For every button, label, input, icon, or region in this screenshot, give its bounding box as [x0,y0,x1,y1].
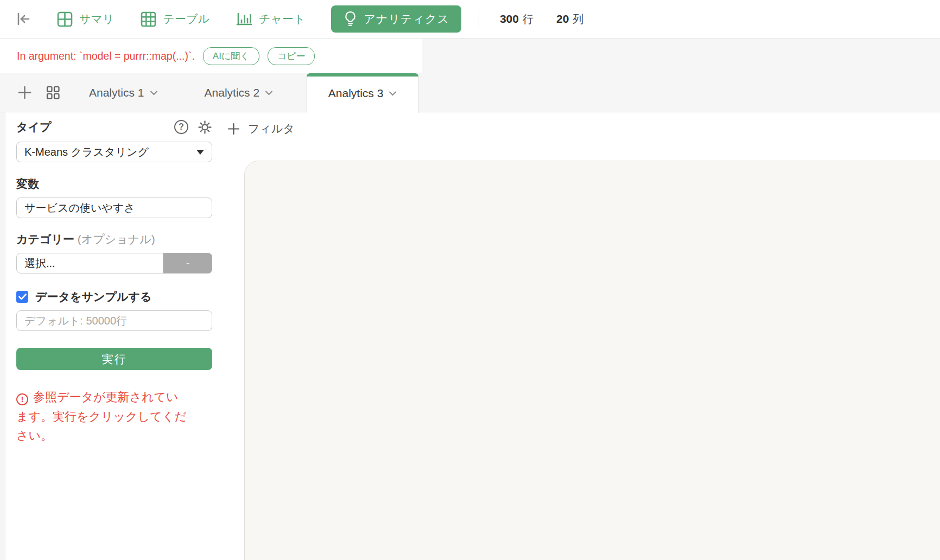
category-input-group: 選択... - [16,253,212,273]
toolbar-divider [479,10,479,28]
category-remove-button[interactable]: - [163,253,212,273]
chevron-down-icon [389,91,397,96]
analytics-config-sidebar: タイプ ? K-Means クラスタリング 変数 サービ [5,112,222,560]
error-message: In argument: `model = purrr::map(...)`. [17,50,195,62]
table-grid-icon [140,11,157,28]
grid-view-icon[interactable] [45,85,61,100]
tab-analytics[interactable]: アナリティクス [331,5,461,33]
checkbox-checked-icon[interactable] [16,291,28,303]
tab-summary-label: サマリ [79,11,114,27]
category-optional-label: (オプショナル) [78,233,155,245]
add-analytics-icon[interactable] [17,85,32,100]
variables-value: サービスの使いやすさ [24,201,135,215]
tab-analytics-label: アナリティクス [364,11,449,27]
tab-table-label: テーブル [163,11,209,27]
collapsed-left-panel [0,112,5,560]
stale-data-warning: !参照データが更新されています。実行をクリックしてください。 [16,387,190,446]
summary-grid-icon [56,11,73,28]
caret-down-icon [196,150,204,155]
tab-analytics-2-label: Analytics 2 [205,86,260,99]
tab-table[interactable]: テーブル [140,11,209,28]
type-label: タイプ [16,119,51,135]
warning-circle-icon: ! [16,393,28,405]
tab-chart[interactable]: チャート [236,10,305,28]
tab-analytics-3[interactable]: Analytics 3 [307,73,418,113]
collapse-left-icon[interactable] [15,11,31,27]
analysis-type-select[interactable]: K-Means クラスタリング [16,142,212,162]
sample-data-checkbox-row[interactable]: データをサンプルする [16,289,222,304]
plus-icon [227,123,240,135]
category-select[interactable]: 選択... [16,253,163,273]
analytics-main-area: フィルタ [222,112,940,560]
warning-text: 参照データが更新されています。実行をクリックしてください。 [16,390,187,442]
column-count-unit: 列 [573,12,583,27]
column-count-value: 20 [556,12,569,26]
run-button[interactable]: 実行 [16,348,212,370]
error-row: In argument: `model = purrr::map(...)`. … [0,39,940,73]
variables-select[interactable]: サービスの使いやすさ [16,198,212,218]
error-panel: In argument: `model = purrr::map(...)`. … [0,39,422,73]
tab-analytics-1-label: Analytics 1 [89,86,144,99]
notice-strip: In argument: `model = purrr::map(...)`. … [0,39,940,112]
tab-analytics-2[interactable]: Analytics 2 [205,86,274,99]
tab-analytics-3-label: Analytics 3 [328,87,384,100]
row-count: 300 行 [500,12,533,27]
tab-analytics-1[interactable]: Analytics 1 [89,86,158,99]
add-filter-button[interactable]: フィルタ [222,112,314,136]
variables-label: 変数 [16,176,222,192]
content-area: タイプ ? K-Means クラスタリング 変数 サービ [0,112,940,560]
add-filter-label: フィルタ [248,121,295,136]
row-count-value: 300 [500,12,519,26]
category-label: カテゴリー (オプショナル) [16,232,222,247]
column-count: 20 列 [556,12,583,27]
gear-icon[interactable] [198,120,212,135]
ask-ai-button[interactable]: AIに聞く [203,47,259,65]
question-circle-icon[interactable]: ? [174,120,188,134]
chevron-down-icon [150,90,158,96]
result-panel [244,161,940,560]
analysis-type-value: K-Means クラスタリング [24,145,149,160]
lightbulb-icon [343,11,358,27]
bar-chart-icon [236,10,253,28]
top-toolbar: サマリ テーブル チャート アナリティクス [0,0,940,39]
copy-button[interactable]: コピー [268,47,315,65]
row-count-unit: 行 [523,12,533,27]
tab-chart-label: チャート [259,11,305,27]
analytics-tab-bar: Analytics 1 Analytics 2 Analytics 3 [0,73,940,112]
sample-data-label: データをサンプルする [35,289,151,304]
sample-size-input[interactable] [16,310,212,331]
category-placeholder: 選択... [24,256,55,271]
tab-summary[interactable]: サマリ [56,11,114,28]
chevron-down-icon [265,90,273,96]
